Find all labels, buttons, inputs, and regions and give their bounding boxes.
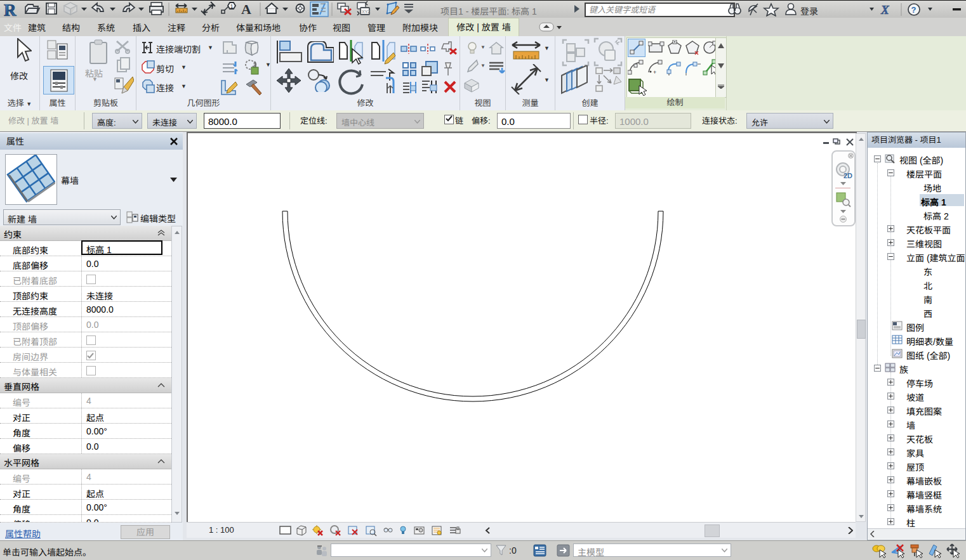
svg-text:1: 1: [230, 3, 234, 10]
svg-text:2D: 2D: [844, 172, 852, 179]
svg-text:?: ?: [911, 5, 916, 15]
svg-text:XYZ: XYZ: [362, 10, 371, 14]
svg-text:+: +: [653, 69, 656, 75]
svg-text:A: A: [241, 1, 251, 17]
svg-text:X: X: [880, 3, 890, 16]
svg-text:R: R: [4, 1, 17, 18]
